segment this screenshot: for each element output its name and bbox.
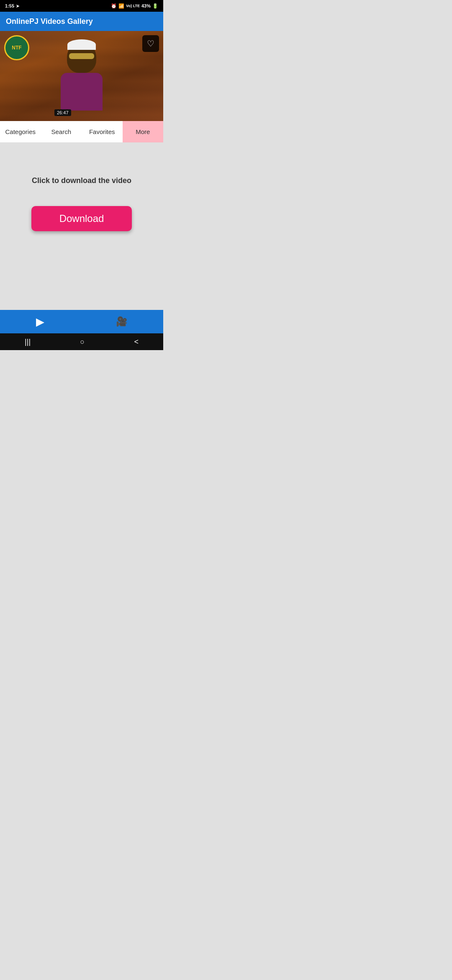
play-nav-icon: ▶	[36, 315, 44, 328]
download-button[interactable]: Download	[31, 206, 132, 231]
tab-search[interactable]: Search	[41, 121, 82, 142]
status-bar: 1:55 ➤ ⏰ 📶 Vo) LTE 43% 🔋	[0, 0, 163, 12]
home-icon: ○	[80, 338, 85, 346]
person-cap	[67, 39, 96, 50]
person-glasses	[69, 53, 94, 59]
tab-favorites[interactable]: Favorites	[82, 121, 123, 142]
tab-more[interactable]: More	[123, 121, 164, 142]
main-content: Click to download the video Download	[0, 143, 163, 310]
download-prompt: Click to download the video	[32, 176, 131, 185]
signal-text: Vo) LTE	[126, 4, 140, 8]
app-title: OnlinePJ Videos Gallery	[6, 17, 93, 26]
status-time: 1:55	[5, 3, 14, 8]
home-button[interactable]: ○	[80, 338, 85, 346]
person-body	[61, 73, 103, 111]
ntf-logo-text: NTF	[12, 45, 21, 51]
camera-nav-icon: 🎥	[116, 316, 127, 327]
play-nav-button[interactable]: ▶	[36, 315, 44, 328]
battery-text: 43%	[141, 3, 151, 8]
menu-icon: |||	[25, 338, 31, 346]
tab-search-label: Search	[51, 128, 71, 135]
bottom-nav: ▶ 🎥	[0, 310, 163, 333]
battery-icon: 🔋	[152, 3, 158, 9]
wifi-icon: 📶	[118, 3, 124, 9]
video-thumbnail: NTF ♡	[0, 31, 163, 121]
tab-bar: Categories Search Favorites More	[0, 121, 163, 143]
back-icon: <	[134, 338, 139, 346]
heart-icon: ♡	[147, 39, 154, 49]
location-icon: ➤	[16, 4, 19, 8]
tab-favorites-label: Favorites	[89, 128, 115, 135]
app-header: OnlinePJ Videos Gallery	[0, 12, 163, 31]
video-player[interactable]: NTF ♡ 26:47 ▶ 4 🔊	[0, 31, 163, 121]
heart-button[interactable]: ♡	[142, 35, 159, 52]
menu-button[interactable]: |||	[25, 338, 31, 346]
tab-categories-label: Categories	[5, 128, 36, 135]
video-timestamp: 26:47	[54, 109, 71, 116]
system-nav: ||| ○ <	[0, 333, 163, 350]
person-head	[67, 41, 96, 73]
download-button-label: Download	[59, 213, 104, 224]
person-figure	[56, 41, 107, 108]
back-button[interactable]: <	[134, 338, 139, 346]
camera-nav-button[interactable]: 🎥	[116, 316, 127, 327]
status-left: 1:55 ➤	[5, 3, 19, 8]
ntf-logo: NTF	[4, 35, 29, 60]
status-right: ⏰ 📶 Vo) LTE 43% 🔋	[111, 3, 158, 9]
tab-more-label: More	[136, 128, 150, 135]
alarm-icon: ⏰	[111, 3, 117, 9]
tab-categories[interactable]: Categories	[0, 121, 41, 142]
